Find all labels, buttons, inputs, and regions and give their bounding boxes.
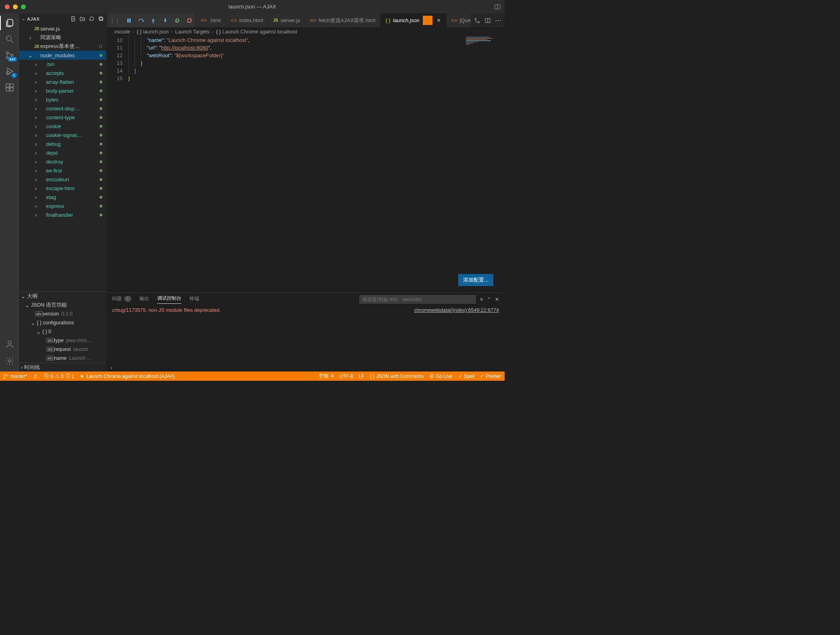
explorer-icon[interactable]: [4, 17, 15, 29]
add-configuration-button[interactable]: 添加配置...: [458, 274, 493, 286]
minimap[interactable]: [466, 36, 505, 293]
tree-folder[interactable]: ›destroy: [19, 157, 106, 166]
step-out-icon[interactable]: [162, 17, 168, 24]
close-icon[interactable]: ✕: [437, 17, 441, 23]
collapse-all-icon[interactable]: [98, 16, 104, 22]
tree-folder[interactable]: ›express: [19, 201, 106, 210]
split-editor-icon[interactable]: [484, 17, 491, 24]
status-debug-target[interactable]: Launch Chrome against localhost (AJAX): [80, 374, 175, 379]
pause-icon[interactable]: [126, 17, 132, 24]
svg-line-3: [11, 40, 13, 43]
outline-item[interactable]: ⌄[ ]configurations: [19, 318, 106, 327]
panel-tab[interactable]: 终端: [189, 295, 199, 304]
file-tree[interactable]: JSserver.js›同源策略JSexpress基本使…U⌄node_modu…: [19, 24, 106, 291]
tree-file[interactable]: JSserver.js: [19, 24, 106, 33]
scm-badge: 344: [8, 57, 17, 62]
panel-tab[interactable]: 调试控制台: [157, 295, 181, 304]
tree-folder[interactable]: ›encodeurl: [19, 175, 106, 184]
status-prettier[interactable]: ✓Prettier: [480, 374, 501, 379]
status-encoding[interactable]: UTF-8: [339, 374, 353, 379]
tree-folder[interactable]: ›ee-first: [19, 166, 106, 175]
tree-folder[interactable]: ›accepts: [19, 68, 106, 77]
svg-point-2: [6, 36, 11, 41]
source-control-icon[interactable]: 344: [4, 50, 15, 61]
drag-handle-icon[interactable]: ⋮⋮: [110, 17, 120, 23]
new-folder-icon[interactable]: [79, 16, 85, 22]
restart-icon[interactable]: [174, 17, 181, 24]
svg-rect-18: [129, 19, 131, 23]
tree-folder[interactable]: ›content-type: [19, 113, 106, 122]
tree-folder[interactable]: ›bytes: [19, 95, 106, 104]
refresh-icon[interactable]: [89, 16, 95, 22]
tree-folder[interactable]: ›finalhandler: [19, 210, 106, 219]
editor-tab[interactable]: { }launch.jsonU✕: [381, 13, 447, 27]
compare-icon[interactable]: [474, 17, 480, 24]
tree-folder[interactable]: ›depd: [19, 148, 106, 157]
svg-point-23: [475, 18, 476, 20]
breadcrumb-item[interactable]: launch.json: [143, 29, 168, 35]
account-icon[interactable]: [4, 338, 15, 350]
stop-icon[interactable]: [186, 17, 193, 24]
new-file-icon[interactable]: [70, 16, 76, 22]
tree-folder[interactable]: ›etag: [19, 193, 106, 201]
step-over-icon[interactable]: [138, 17, 144, 24]
outline-group[interactable]: ⌄JSON 语言功能: [19, 301, 106, 309]
editor-tabs: <>.html<>index.htmlJSserver.js<>fetch发送A…: [196, 13, 471, 27]
status-spaces[interactable]: 空格: 4: [319, 373, 334, 380]
tree-folder[interactable]: ›array-flatten: [19, 77, 106, 86]
status-golive[interactable]: ⦿Go Live: [429, 374, 452, 379]
outline-item[interactable]: abcversion0.2.0: [19, 309, 106, 318]
more-icon[interactable]: ⋯: [495, 17, 501, 24]
settings-gear-icon[interactable]: [4, 355, 15, 367]
panel-maximize-icon[interactable]: ⌃: [487, 297, 491, 302]
step-into-icon[interactable]: [150, 17, 156, 24]
outline-header[interactable]: ⌄大纲: [19, 292, 106, 301]
status-problems[interactable]: ⓧ0 ⚠0 ⓘ1: [44, 373, 74, 380]
editor-tab[interactable]: <>.html: [196, 13, 226, 27]
panel-tab[interactable]: 问题1: [112, 295, 131, 304]
status-branch[interactable]: master*: [3, 374, 27, 379]
search-icon[interactable]: [4, 33, 15, 45]
chevron-down-icon: ⌄: [22, 16, 25, 21]
outline-item[interactable]: abctypepwa-chro…: [19, 336, 106, 345]
panel-close-icon[interactable]: ✕: [495, 297, 499, 302]
extensions-icon[interactable]: [4, 82, 15, 93]
outline-item[interactable]: ⌄{ }0: [19, 327, 106, 336]
outline-item[interactable]: abcnameLaunch …: [19, 354, 106, 363]
explorer-header[interactable]: ⌄ AJAX: [19, 13, 106, 24]
panel-tab[interactable]: 输出: [139, 295, 149, 304]
editor-tab[interactable]: <>jQuery: [446, 13, 471, 27]
breadcrumb[interactable]: .vscode›{ } launch.json› Launch Targets›…: [106, 27, 505, 36]
breadcrumb-item[interactable]: Launch Chrome against localhost: [222, 29, 297, 35]
breadcrumb-item[interactable]: .vscode: [113, 29, 130, 35]
status-spell[interactable]: ✓Spell: [458, 374, 475, 379]
debug-icon[interactable]: 1: [4, 66, 15, 77]
bottom-panel: 问题1输出调试控制台终端 ≡ ⌃ ✕ crbug/1173575, non-JS…: [106, 293, 505, 371]
tree-folder[interactable]: ›.bin: [19, 60, 106, 68]
outline-item[interactable]: abcrequestlaunch: [19, 345, 106, 354]
tree-folder[interactable]: ›debug: [19, 139, 106, 148]
debug-toolbar[interactable]: ⋮⋮: [107, 13, 195, 27]
tree-folder[interactable]: ›content-disp…: [19, 104, 106, 113]
tree-folder[interactable]: ›cookie: [19, 122, 106, 131]
timeline-header[interactable]: ›时间线: [19, 363, 106, 371]
console-source-link[interactable]: chromewebdata/(index):6549:22:6774: [414, 307, 499, 362]
editor-tab[interactable]: <>index.html: [226, 13, 268, 27]
panel-breadcrumb[interactable]: ›: [106, 363, 505, 371]
code-editor[interactable]: 101112131415 "name": "Launch Chrome agai…: [106, 36, 505, 293]
tree-folder[interactable]: ›同源策略: [19, 33, 106, 42]
tree-folder[interactable]: ›escape-html: [19, 184, 106, 193]
panel-settings-icon[interactable]: ≡: [480, 297, 483, 302]
status-language[interactable]: { }JSON with Comments: [370, 374, 424, 379]
tree-file[interactable]: JSexpress基本使…U: [19, 42, 106, 51]
status-eol[interactable]: LF: [359, 374, 364, 379]
status-sync[interactable]: [33, 374, 38, 379]
tree-folder[interactable]: ⌄node_modules: [19, 51, 106, 60]
breadcrumb-item[interactable]: Launch Targets: [175, 29, 210, 35]
editor-tab[interactable]: <>fetch发送AJAX请求.html: [305, 13, 380, 27]
tree-folder[interactable]: ›body-parser: [19, 86, 106, 95]
code-area[interactable]: "name": "Launch Chrome against localhost…: [128, 36, 505, 293]
editor-tab[interactable]: JSserver.js: [268, 13, 306, 27]
panel-filter-input[interactable]: [359, 295, 476, 304]
tree-folder[interactable]: ›cookie-signat…: [19, 131, 106, 139]
